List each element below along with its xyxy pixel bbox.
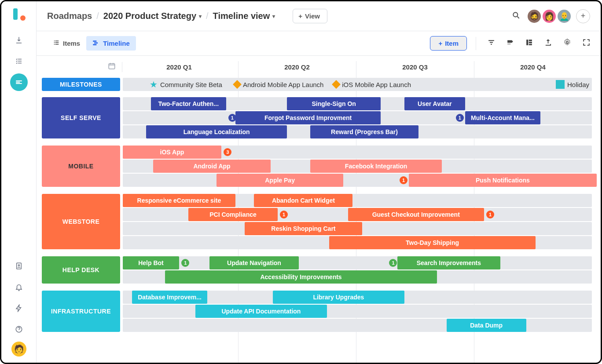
lane-content: iOS App3Android AppFacebook IntegrationA… <box>123 146 592 188</box>
collaborator-avatar[interactable]: 👩 <box>542 9 557 24</box>
timeline-bar[interactable]: PCI Compliance <box>188 208 278 221</box>
timeline-row: Database Improvem...Library Upgrades <box>123 291 592 304</box>
star-icon: ★ <box>150 79 158 90</box>
timeline-row: Apple Pay1Push Notifications <box>123 174 592 187</box>
lane-content: Two-Factor Authen...Single-Sign OnUser A… <box>123 97 592 139</box>
timeline-bar[interactable]: Multi-Account Mana... <box>465 111 540 124</box>
svg-rect-11 <box>94 42 98 44</box>
timeline-bar[interactable]: Two-Factor Authen... <box>151 97 226 110</box>
svg-rect-6 <box>54 44 55 45</box>
quarter-header: 2020 Q1 2020 Q2 2020 Q3 2020 Q4 <box>120 56 592 78</box>
list-icon[interactable] <box>10 52 28 70</box>
breadcrumb-root[interactable]: Roadmaps <box>47 11 92 21</box>
user-avatar[interactable]: 🧑 <box>11 342 26 357</box>
timeline-row: Two-Day Shipping <box>123 236 592 249</box>
collaborator-avatar[interactable]: 👨‍🦲 <box>557 9 572 24</box>
timeline-bar[interactable]: User Avatar <box>404 97 466 110</box>
breadcrumb-view[interactable]: Timeline view ▾ <box>213 11 275 21</box>
count-badge[interactable]: 1 <box>486 211 494 218</box>
timeline-bar[interactable]: Language Localization <box>146 125 287 138</box>
timeline-bar[interactable]: Android App <box>153 160 271 173</box>
plus-icon: + <box>438 40 442 47</box>
add-item-button[interactable]: + Item <box>430 36 467 51</box>
timeline-bar[interactable]: Facebook Integration <box>310 160 441 173</box>
lane-label: SELF SERVE <box>42 97 120 138</box>
swimlane: SELF SERVETwo-Factor Authen...Single-Sig… <box>37 97 601 139</box>
roadmap-icon[interactable] <box>10 73 28 91</box>
fullscreen-icon[interactable] <box>583 39 590 48</box>
svg-rect-5 <box>54 42 55 43</box>
timeline-bar[interactable]: Update Navigation <box>209 256 299 269</box>
search-icon[interactable] <box>512 11 521 22</box>
add-view-button[interactable]: + View <box>293 9 327 23</box>
timeline-bar[interactable]: Library Upgrades <box>273 291 404 304</box>
import-icon[interactable] <box>10 31 28 49</box>
timeline-bar[interactable]: Search Improvements <box>397 256 501 269</box>
count-badge[interactable]: 1 <box>181 259 189 267</box>
timeline-bar[interactable]: Single-Sign On <box>287 97 381 110</box>
timeline-row: Android AppFacebook Integration <box>123 160 592 173</box>
timeline-bar[interactable]: Two-Day Shipping <box>329 236 536 249</box>
swimlane: INFRASTRUCTUREDatabase Improvem...Librar… <box>37 291 601 333</box>
timeline-bar[interactable]: Update API Documentation <box>195 305 327 318</box>
lane-content: Database Improvem...Library UpgradesUpda… <box>123 291 592 333</box>
timeline-bar[interactable]: Forgot Password Improvment <box>235 111 381 124</box>
tag-icon[interactable] <box>507 39 514 48</box>
timeline-bar[interactable]: Push Notifications <box>409 174 596 187</box>
svg-rect-13 <box>526 40 528 45</box>
filter-icon[interactable] <box>488 39 495 48</box>
app-logo <box>12 7 26 21</box>
tab-items[interactable]: Items <box>47 36 86 51</box>
quarter-label: 2020 Q3 <box>356 63 474 71</box>
timeline-row: Accessibility Improvements <box>123 270 592 284</box>
timeline-bar[interactable]: Database Improvem... <box>132 291 207 304</box>
milestone-item[interactable]: Holiday <box>556 80 589 89</box>
help-icon[interactable] <box>10 320 28 338</box>
timeline-bar[interactable]: Abandon Cart Widget <box>254 194 352 207</box>
export-icon[interactable] <box>544 39 552 48</box>
contacts-icon[interactable] <box>10 257 28 275</box>
timeline-bar[interactable]: Reskin Shopping Cart <box>245 222 362 235</box>
timeline-bar[interactable]: Accessibility Improvements <box>165 270 437 284</box>
svg-rect-10 <box>93 40 97 42</box>
lane-label: WEBSTORE <box>42 194 120 249</box>
timeline-bar[interactable]: Responsive eCommerce site <box>123 194 235 207</box>
square-icon <box>556 80 565 89</box>
timeline-bar[interactable]: Data Dump <box>447 319 526 332</box>
timeline-bar[interactable]: Reward (Progress Bar) <box>310 125 418 138</box>
gear-icon[interactable] <box>563 38 571 48</box>
breadcrumb-project[interactable]: 2020 Product Strategy ▾ <box>103 11 202 21</box>
collaborator-avatar[interactable]: 🧔 <box>527 9 542 24</box>
add-collaborator-button[interactable]: + <box>576 9 590 23</box>
plus-icon: + <box>298 12 302 20</box>
timeline-bar[interactable]: Apple Pay <box>217 174 343 187</box>
chevron-down-icon: ▾ <box>199 13 202 19</box>
tab-label: Items <box>63 40 80 47</box>
count-badge[interactable]: 1 <box>389 259 397 267</box>
timeline-row: Two-Factor Authen...Single-Sign OnUser A… <box>123 97 592 110</box>
tab-timeline[interactable]: Timeline <box>86 36 136 51</box>
svg-rect-18 <box>109 64 115 69</box>
timeline-bar[interactable]: iOS App <box>123 146 221 159</box>
swimlane: WEBSTOREResponsive eCommerce siteAbandon… <box>37 194 601 250</box>
svg-point-17 <box>566 41 569 44</box>
breadcrumb: Roadmaps / 2020 Product Strategy ▾ / Tim… <box>47 9 512 23</box>
count-badge[interactable]: 1 <box>280 211 288 218</box>
milestone-item[interactable]: ★ Community Site Beta <box>150 79 222 90</box>
swimlane: HELP DESKHelp Bot1Update Navigation1Sear… <box>37 256 601 284</box>
count-badge[interactable]: 3 <box>224 148 231 156</box>
timeline-bar[interactable]: Guest Checkout Improvement <box>348 208 484 221</box>
calendar-icon[interactable] <box>108 62 122 72</box>
count-badge[interactable]: 1 <box>456 114 464 122</box>
milestone-item[interactable]: Android Mobile App Launch <box>234 81 323 88</box>
list-icon <box>53 40 59 47</box>
layout-icon[interactable] <box>525 39 533 48</box>
timeline-bar[interactable]: Help Bot <box>123 256 179 269</box>
bolt-icon[interactable] <box>10 299 28 317</box>
timeline-row: Responsive eCommerce siteAbandon Cart Wi… <box>123 194 592 207</box>
svg-rect-4 <box>54 40 55 41</box>
milestone-item[interactable]: iOS Mobile App Launch <box>333 81 411 88</box>
timeline-row: Language LocalizationReward (Progress Ba… <box>123 125 592 138</box>
count-badge[interactable]: 1 <box>400 176 407 184</box>
bell-icon[interactable] <box>10 278 28 296</box>
